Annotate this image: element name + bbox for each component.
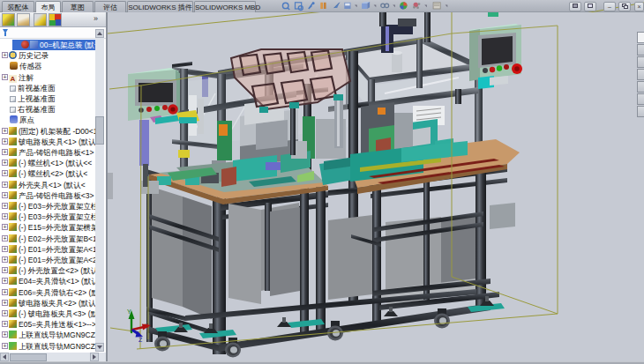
svg-text:X: X	[145, 323, 149, 329]
svg-text:Y: Y	[127, 308, 131, 315]
svg-text:Z: Z	[139, 337, 143, 343]
